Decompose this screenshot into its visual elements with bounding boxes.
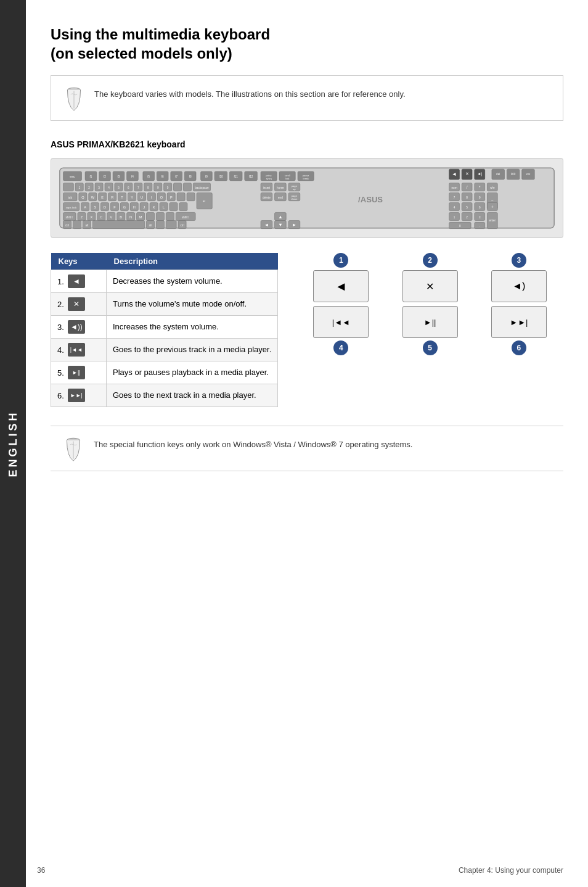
footer-page-number: 36 bbox=[37, 866, 45, 875]
diagram-area: 1 2 3 ◄ ✕ ◄) |◄◄ ►|| ►►| bbox=[296, 253, 563, 355]
diagram-btn-vol-up: ◄) bbox=[491, 270, 547, 302]
svg-text:del: del bbox=[496, 173, 500, 176]
pen-icon-bottom bbox=[62, 435, 85, 462]
svg-text:f11: f11 bbox=[234, 176, 238, 179]
svg-text:f2: f2 bbox=[104, 176, 106, 179]
diagram-btn-mute: ✕ bbox=[402, 270, 458, 302]
svg-text:9: 9 bbox=[157, 186, 159, 189]
key-icon-cell: 2.✕ bbox=[57, 297, 100, 311]
svg-text:B: B bbox=[120, 215, 122, 219]
svg-text:+: + bbox=[491, 205, 494, 209]
svg-rect-201 bbox=[156, 221, 164, 229]
svg-text:num: num bbox=[451, 186, 457, 189]
svg-text:f1: f1 bbox=[90, 176, 92, 179]
svg-text:/ASUS: /ASUS bbox=[358, 196, 383, 205]
svg-text:4: 4 bbox=[454, 206, 455, 209]
diagram-top-labels: 1 2 3 bbox=[296, 253, 563, 268]
key-icon-cell: 6.►►| bbox=[57, 389, 100, 402]
next-track-icon: ►►| bbox=[68, 389, 85, 402]
table-cell-key: 1.◄ bbox=[51, 270, 107, 293]
bottom-layout: Keys Description 1.◄Decreases the system… bbox=[51, 253, 563, 407]
svg-text:alt: alt bbox=[85, 224, 89, 227]
svg-text:Q: Q bbox=[81, 196, 84, 199]
svg-text:0: 0 bbox=[167, 186, 169, 189]
svg-text:ctrl: ctrl bbox=[180, 224, 184, 227]
svg-text:000: 000 bbox=[511, 173, 516, 176]
svg-text:▼: ▼ bbox=[278, 222, 282, 228]
svg-text:f5: f5 bbox=[147, 176, 150, 179]
table-row: 1.◄Decreases the system volume. bbox=[51, 270, 278, 293]
svg-text:7: 7 bbox=[137, 186, 139, 189]
table-cell-description: Increases the system volume. bbox=[107, 316, 278, 339]
svg-text:sysrq: sysrq bbox=[266, 178, 272, 180]
table-col2-header: Description bbox=[107, 253, 278, 270]
svg-text:w/e: w/e bbox=[490, 186, 495, 189]
svg-text:f9: f9 bbox=[205, 176, 208, 179]
svg-rect-112 bbox=[177, 193, 185, 201]
note-box-bottom: The special function keys only work on W… bbox=[51, 426, 563, 471]
key-icon-cell: 5.►|| bbox=[57, 366, 100, 379]
key-icon-cell: 1.◄ bbox=[57, 274, 100, 288]
note-box-top: The keyboard varies with models. The ill… bbox=[51, 75, 563, 121]
svg-text:tab: tab bbox=[68, 196, 72, 199]
table-row: 3.◄))Increases the system volume. bbox=[51, 316, 278, 339]
diagram-circle-1: 1 bbox=[333, 253, 348, 268]
keyboard-svg: esc f1 f2 f3 f4 f5 f6 f7 f8 f9 f10 f11 bbox=[59, 164, 555, 232]
svg-text:◄: ◄ bbox=[264, 222, 269, 228]
footer-chapter: Chapter 4: Using your computer bbox=[459, 866, 563, 875]
svg-text:8: 8 bbox=[466, 196, 468, 199]
svg-text:6: 6 bbox=[479, 206, 481, 209]
svg-text:D: D bbox=[104, 205, 106, 209]
svg-text:Y: Y bbox=[131, 196, 133, 199]
table-cell-description: Decreases the system volume. bbox=[107, 270, 278, 293]
row-number: 4. bbox=[57, 345, 64, 355]
row-number: 3. bbox=[57, 323, 64, 332]
diagram-btn-play: ►|| bbox=[402, 306, 458, 338]
main-content: Using the multimedia keyboard (on select… bbox=[26, 0, 588, 496]
svg-rect-179 bbox=[156, 213, 164, 221]
prev-track-icon: |◄◄ bbox=[68, 343, 85, 357]
svg-text:M: M bbox=[139, 215, 142, 219]
svg-text:shift⇧: shift⇧ bbox=[182, 216, 190, 219]
svg-rect-180 bbox=[166, 213, 174, 221]
diagram-circle-2: 2 bbox=[423, 253, 438, 268]
svg-text:caps lock: caps lock bbox=[66, 206, 77, 209]
mute-icon: ✕ bbox=[68, 297, 85, 311]
svg-text:5: 5 bbox=[118, 186, 120, 189]
vol-up-icon: ◄)) bbox=[68, 320, 85, 334]
svg-text:2: 2 bbox=[88, 186, 90, 189]
svg-text:R: R bbox=[111, 196, 113, 199]
svg-text:L: L bbox=[163, 205, 165, 209]
svg-text:shift⇧: shift⇧ bbox=[66, 216, 74, 219]
diagram-row1: ◄ ✕ ◄) bbox=[296, 270, 563, 302]
diagram-circle-5: 5 bbox=[423, 340, 438, 355]
table-row: 6.►►|Goes to the next track in a media p… bbox=[51, 384, 278, 407]
table-row: 4.|◄◄Goes to the previous track in a med… bbox=[51, 339, 278, 361]
note-text-bottom: The special function keys only work on W… bbox=[94, 435, 412, 451]
svg-text:4: 4 bbox=[108, 186, 110, 189]
svg-text:f6: f6 bbox=[161, 176, 164, 179]
row-number: 5. bbox=[57, 368, 64, 377]
svg-text:T: T bbox=[121, 196, 123, 199]
svg-text:8: 8 bbox=[147, 186, 149, 189]
svg-text:up: up bbox=[293, 188, 296, 191]
row-number: 1. bbox=[57, 277, 64, 286]
svg-rect-178 bbox=[146, 213, 154, 221]
svg-text:J: J bbox=[143, 205, 145, 209]
svg-text:.: . bbox=[480, 225, 480, 228]
diagram-circle-3: 3 bbox=[512, 253, 526, 268]
svg-rect-202 bbox=[166, 221, 176, 229]
svg-text:f8: f8 bbox=[189, 176, 192, 179]
diagram-circle-6: 6 bbox=[512, 340, 526, 355]
svg-text:W: W bbox=[91, 196, 95, 199]
svg-text:down: down bbox=[291, 197, 298, 200]
diagram-label-2: 2 bbox=[402, 253, 458, 268]
svg-text:Z: Z bbox=[81, 215, 83, 219]
vol-down-icon: ◄ bbox=[68, 274, 85, 288]
svg-text:5: 5 bbox=[466, 206, 468, 209]
play-pause-icon: ►|| bbox=[68, 366, 85, 379]
svg-text:↵: ↵ bbox=[203, 200, 206, 204]
table-cell-description: Plays or pauses playback in a media play… bbox=[107, 361, 278, 384]
svg-text:C: C bbox=[100, 215, 102, 219]
svg-text:◄: ◄ bbox=[452, 171, 457, 178]
